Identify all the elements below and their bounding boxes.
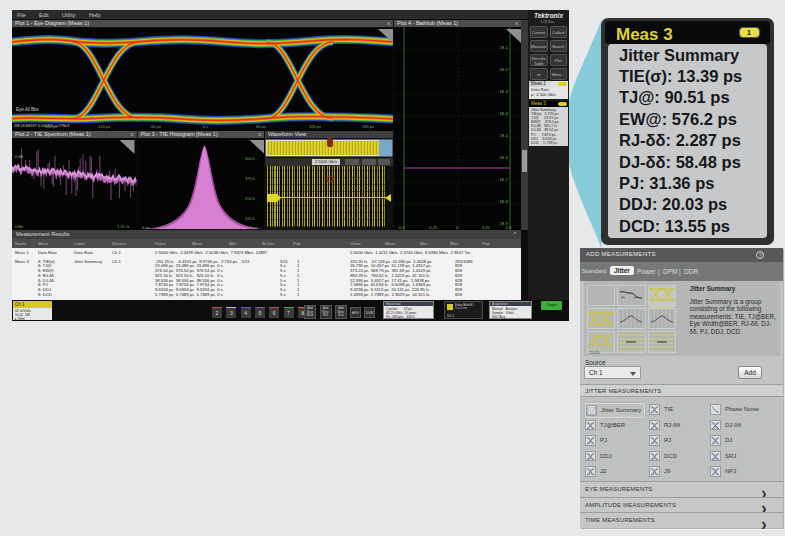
svg-text:1E-1: 1E-1 bbox=[500, 45, 509, 50]
svg-text:375 k: 375 k bbox=[245, 176, 255, 181]
svg-text:60 ps: 60 ps bbox=[256, 123, 266, 128]
svg-text:1E-2: 1E-2 bbox=[500, 67, 509, 72]
svg-text:-180 ps: -180 ps bbox=[44, 123, 57, 128]
svg-text:1E-6: 1E-6 bbox=[500, 155, 509, 160]
svg-text:-60 ps: -60 ps bbox=[150, 123, 161, 128]
svg-text:Eye All Bits: Eye All Bits bbox=[16, 107, 39, 112]
svg-text:125 k: 125 k bbox=[245, 216, 255, 221]
svg-text:250 k: 250 k bbox=[245, 196, 255, 201]
svg-text:1.25 G: 1.25 G bbox=[117, 224, 129, 229]
svg-text:1E-5: 1E-5 bbox=[500, 133, 509, 138]
svg-text:1E-3: 1E-3 bbox=[500, 89, 509, 94]
svg-text:6 ps: 6 ps bbox=[250, 225, 258, 230]
svg-text:180 ps: 180 ps bbox=[362, 123, 374, 128]
svg-text:0.25: 0.25 bbox=[482, 225, 491, 230]
svg-text:1E-8: 1E-8 bbox=[500, 199, 509, 204]
svg-text:-6 ps: -6 ps bbox=[141, 225, 150, 230]
svg-text:1E-4: 1E-4 bbox=[500, 111, 509, 116]
svg-text:0 dB: 0 dB bbox=[15, 154, 24, 159]
svg-text:0 Hz: 0 Hz bbox=[15, 224, 23, 229]
svg-text:-0.5: -0.5 bbox=[398, 225, 406, 230]
svg-text:-0.25: -0.25 bbox=[428, 225, 438, 230]
svg-text:500 k: 500 k bbox=[245, 156, 255, 161]
svg-text:0 s: 0 s bbox=[203, 123, 208, 128]
svg-text:1M UI:84597 0.0009% n:278e3: 1M UI:84597 0.0009% n:278e3 bbox=[14, 123, 70, 128]
svg-text:0.5: 0.5 bbox=[506, 225, 512, 230]
svg-text:-120 ps: -120 ps bbox=[97, 123, 110, 128]
svg-text:1E-7: 1E-7 bbox=[500, 177, 509, 182]
svg-text:120 ps: 120 ps bbox=[309, 123, 321, 128]
